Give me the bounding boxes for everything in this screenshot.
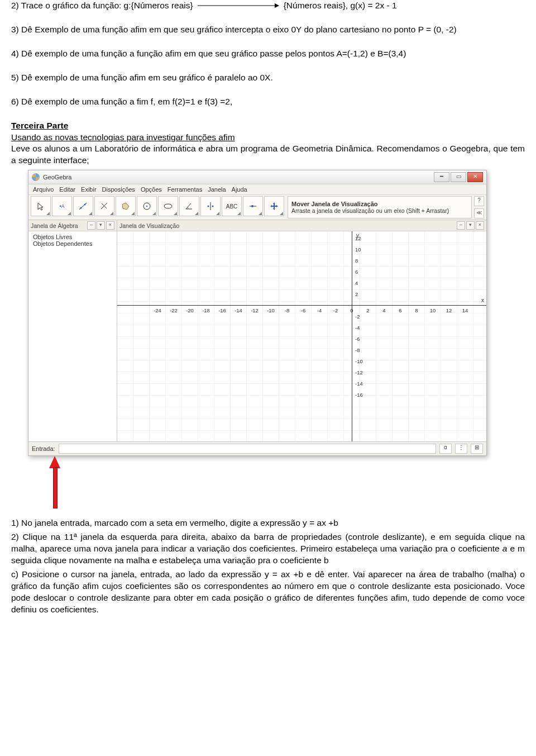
tool-perpendicular[interactable] bbox=[94, 196, 114, 216]
graphics-collapse-icon[interactable]: – bbox=[457, 221, 465, 230]
input-help-icon[interactable]: ⊞ bbox=[471, 444, 483, 454]
algebra-close-icon[interactable]: × bbox=[106, 221, 114, 230]
section-intro: Leve os alunos a um Laboratório de infor… bbox=[11, 143, 525, 167]
y-tick: 2 bbox=[355, 291, 358, 297]
x-tick: 10 bbox=[430, 307, 436, 313]
step-c: c) Posicione o cursor na janela, entrada… bbox=[11, 569, 525, 616]
menu-janela[interactable]: Janela bbox=[208, 186, 226, 193]
y-tick: 6 bbox=[355, 269, 358, 275]
svg-marker-7 bbox=[122, 203, 129, 210]
titlebar[interactable]: GeoGebra ━ ▭ ✕ bbox=[28, 170, 486, 184]
y-tick: -2 bbox=[355, 313, 360, 320]
x-tick: 12 bbox=[446, 307, 452, 313]
y-tick: -16 bbox=[355, 392, 363, 398]
x-tick: 6 bbox=[399, 307, 401, 313]
y-tick: -6 bbox=[355, 336, 360, 342]
x-tick: -18 bbox=[202, 307, 210, 313]
svg-point-12 bbox=[208, 206, 209, 207]
tool-ellipse[interactable] bbox=[158, 196, 178, 216]
tool-angle[interactable] bbox=[179, 196, 199, 216]
question-6: 6) Dê exemplo de uma função a fim f, em … bbox=[11, 96, 525, 108]
algebra-item[interactable]: Objetos Livres bbox=[33, 234, 112, 240]
graphics-options-icon[interactable]: ▾ bbox=[466, 221, 475, 230]
y-tick: 4 bbox=[355, 280, 358, 286]
x-tick: 4 bbox=[382, 307, 385, 313]
menu-exibir[interactable]: Exibir bbox=[81, 186, 97, 193]
menu-ajuda[interactable]: Ajuda bbox=[232, 186, 247, 193]
x-tick: -22 bbox=[170, 307, 178, 313]
svg-point-10 bbox=[164, 204, 172, 208]
y-tick: 10 bbox=[355, 246, 361, 253]
maximize-button[interactable]: ▭ bbox=[451, 172, 466, 182]
section-subtitle: Usando as novas tecnologias para investi… bbox=[11, 132, 525, 144]
algebra-item[interactable]: Objetos Dependentes bbox=[33, 240, 112, 247]
tool-circle[interactable] bbox=[137, 196, 157, 216]
y-tick: -8 bbox=[355, 347, 360, 353]
x-tick: -20 bbox=[186, 307, 194, 313]
tool-move-view[interactable] bbox=[264, 196, 284, 216]
algebra-title: Janela de Álgebra bbox=[31, 222, 78, 229]
tool-help-panel: Mover Janela de Visualização Arraste a j… bbox=[288, 196, 472, 218]
menu-opcoes[interactable]: Opções bbox=[141, 186, 162, 193]
tool-point[interactable]: •A bbox=[52, 196, 72, 216]
menu-ferramentas[interactable]: Ferramentas bbox=[168, 186, 202, 193]
graphics-canvas[interactable]: y x -24-22-20-18-16-14-12-10-8-6-4-20246… bbox=[117, 231, 486, 441]
y-tick: -10 bbox=[355, 358, 363, 364]
x-tick: 0 bbox=[350, 307, 353, 313]
menu-editar[interactable]: Editar bbox=[59, 186, 75, 193]
toolbar-help-icon[interactable]: ? bbox=[474, 196, 484, 206]
tool-help-title: Mover Janela de Visualização bbox=[291, 201, 468, 207]
graphics-title: Janela de Visualização bbox=[119, 222, 179, 229]
arrow-icon bbox=[197, 2, 280, 9]
y-tick: 8 bbox=[355, 258, 358, 264]
symbol-selector[interactable]: α bbox=[439, 444, 452, 454]
menu-arquivo[interactable]: Arquivo bbox=[33, 186, 54, 193]
input-bar: Entrada: α ⋮ ⊞ bbox=[28, 441, 486, 455]
svg-point-4 bbox=[84, 204, 86, 206]
x-tick: 8 bbox=[415, 307, 418, 313]
question-4: 4) Dê exemplo de uma função a função afi… bbox=[11, 48, 525, 60]
q2-text-a: 2) Trace o gráfico da função: g:{Números… bbox=[11, 0, 193, 12]
tool-text[interactable]: ABC bbox=[222, 196, 242, 216]
tool-reflect[interactable] bbox=[200, 196, 221, 216]
tool-polygon[interactable] bbox=[116, 196, 136, 216]
y-axis bbox=[352, 231, 352, 441]
algebra-options-icon[interactable]: ▾ bbox=[97, 221, 105, 230]
tool-move[interactable] bbox=[31, 196, 51, 216]
menubar: Arquivo Editar Exibir Disposições Opções… bbox=[28, 184, 486, 195]
algebra-header: Janela de Álgebra – ▾ × bbox=[28, 220, 117, 231]
toolbar-collapse-icon[interactable]: ≪ bbox=[474, 208, 484, 218]
x-tick: -10 bbox=[267, 307, 275, 313]
algebra-panel: Janela de Álgebra – ▾ × Objetos Livres O… bbox=[28, 220, 117, 441]
algebra-collapse-icon[interactable]: – bbox=[87, 221, 95, 230]
section-title: Terceira Parte bbox=[11, 120, 525, 132]
x-tick: -14 bbox=[234, 307, 242, 313]
svg-point-9 bbox=[146, 206, 147, 207]
x-tick: -16 bbox=[218, 307, 226, 313]
graphics-close-icon[interactable]: × bbox=[476, 221, 484, 230]
input-label: Entrada: bbox=[32, 445, 55, 452]
x-tick: -6 bbox=[301, 307, 305, 313]
minimize-button[interactable]: ━ bbox=[434, 172, 449, 182]
x-tick: -8 bbox=[285, 307, 289, 313]
x-axis-label: x bbox=[481, 297, 484, 303]
svg-point-3 bbox=[80, 207, 82, 209]
q2-text-b: {Números reais}, g(x) = 2x - 1 bbox=[284, 0, 397, 12]
tool-line[interactable] bbox=[73, 196, 93, 216]
x-tick: 2 bbox=[366, 307, 369, 313]
menu-disposicoes[interactable]: Disposições bbox=[102, 186, 135, 193]
x-axis bbox=[117, 305, 486, 306]
toolbar: •A ABC Mover Janela de Visualização Arra… bbox=[28, 195, 486, 220]
svg-line-2 bbox=[79, 203, 87, 210]
command-selector[interactable]: ⋮ bbox=[455, 444, 467, 454]
close-button[interactable]: ✕ bbox=[467, 172, 483, 182]
command-input[interactable] bbox=[59, 444, 436, 454]
red-arrow-annotation bbox=[49, 456, 60, 507]
y-tick: -4 bbox=[355, 325, 360, 331]
graphics-header: Janela de Visualização – ▾ × bbox=[117, 220, 486, 231]
x-tick: -4 bbox=[317, 307, 322, 313]
svg-point-15 bbox=[251, 205, 253, 207]
tool-slider[interactable] bbox=[243, 196, 263, 216]
question-5: 5) Dê exemplo de uma função afim em seu … bbox=[11, 72, 525, 84]
question-2: 2) Trace o gráfico da função: g:{Números… bbox=[11, 0, 525, 12]
